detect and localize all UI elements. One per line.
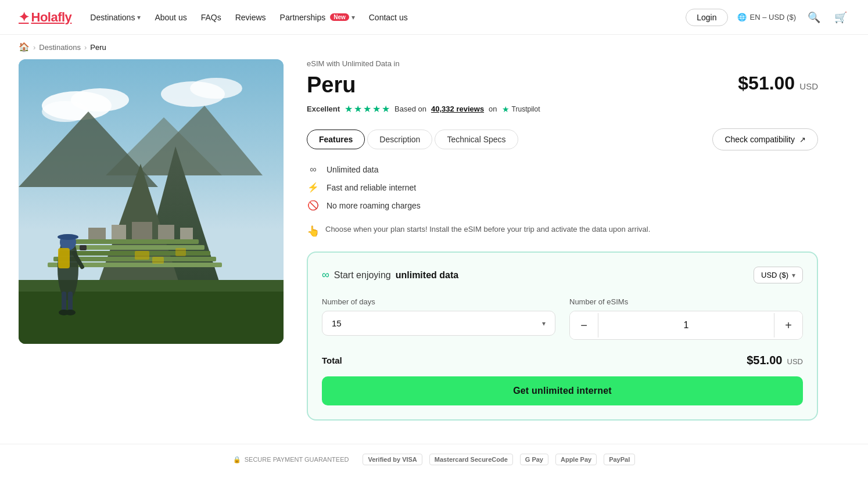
tip-hand-icon: 👆 — [307, 225, 320, 238]
no-roaming-icon: 🚫 — [307, 200, 320, 211]
reviews-on: on — [489, 105, 497, 113]
selectors-row: Number of days 15 ▾ Number of eSIMs − 1 … — [322, 297, 803, 340]
total-row: Total $51.00 USD — [322, 354, 803, 367]
days-dropdown[interactable]: 15 ▾ — [322, 311, 555, 336]
gpay-logo: G Pay — [520, 454, 548, 465]
purchase-card: ∞ Start enjoying unlimited data USD ($) … — [307, 252, 818, 421]
esim-decrease-button[interactable]: − — [570, 311, 598, 339]
days-label: Number of days — [322, 297, 555, 306]
breadcrumb-home[interactable]: 🏠 — [19, 42, 30, 52]
rating-based-on: Based on — [394, 105, 426, 113]
svg-rect-17 — [112, 225, 126, 239]
feature-fast-label: Fast and reliable internet — [327, 183, 416, 192]
features-list: ∞ Unlimited data ⚡ Fast and reliable int… — [307, 164, 818, 211]
esim-count-value: 1 — [598, 313, 774, 337]
stars-rating: ★ ★ ★ ★ ★ — [345, 103, 390, 114]
search-icon: 🔍 — [808, 12, 820, 23]
star-3: ★ — [363, 103, 371, 114]
breadcrumb-sep-1: › — [33, 43, 35, 52]
product-image — [19, 59, 284, 344]
svg-rect-33 — [135, 251, 149, 260]
svg-point-3 — [42, 101, 88, 122]
paypal-logo: PayPal — [604, 454, 635, 465]
nav-links: Destinations ▾ About us FAQs Reviews Par… — [90, 13, 407, 22]
feature-unlimited-label: Unlimited data — [327, 165, 379, 174]
star-2: ★ — [354, 103, 362, 114]
svg-rect-19 — [158, 225, 174, 239]
svg-point-30 — [65, 310, 76, 315]
applepay-logo: Apple Pay — [555, 454, 597, 465]
rating-label: Excellent — [307, 105, 340, 113]
lightning-icon: ⚡ — [307, 182, 320, 193]
total-price-block: $51.00 USD — [747, 354, 803, 367]
product-tabs: Features Description Technical Specs Che… — [307, 128, 818, 150]
nav-about[interactable]: About us — [155, 13, 186, 22]
days-value: 15 — [332, 318, 342, 328]
infinity-icon: ∞ — [307, 164, 320, 175]
check-compatibility-button[interactable]: Check compatibility ↗ — [712, 128, 818, 150]
buy-button[interactable]: Get unlimited internet — [322, 376, 803, 405]
product-info: eSIM with Unlimited Data in Peru $51.00 … — [307, 59, 818, 421]
days-selector-group: Number of days 15 ▾ — [322, 297, 555, 340]
breadcrumb-sep-2: › — [84, 43, 87, 52]
star-half: ★ — [382, 103, 390, 114]
product-photo — [19, 59, 284, 344]
nav-left: ✦ Holafly Destinations ▾ About us FAQs R… — [19, 10, 408, 25]
payment-logos: Verified by VISA Mastercard SecureCode G… — [363, 454, 635, 465]
star-4: ★ — [372, 103, 381, 114]
trustpilot-star-icon: ★ — [502, 105, 510, 114]
shield-icon: 🔒 — [233, 456, 241, 464]
tab-features[interactable]: Features — [307, 130, 365, 149]
feature-no-roaming: 🚫 No more roaming charges — [307, 200, 818, 211]
main-content: eSIM with Unlimited Data in Peru $51.00 … — [0, 59, 837, 444]
esims-selector-group: Number of eSIMs − 1 + — [569, 297, 803, 340]
nav-reviews[interactable]: Reviews — [235, 13, 266, 22]
total-price: $51.00 — [747, 354, 782, 367]
svg-rect-35 — [175, 248, 186, 256]
product-title-row: Peru $51.00 USD — [307, 73, 818, 98]
currency-label: USD ($) — [761, 271, 788, 279]
trustpilot-logo: ★ Trustpilot — [502, 105, 540, 114]
feature-fast-internet: ⚡ Fast and reliable internet — [307, 182, 818, 193]
secure-label: SECURE PAYMENT GUARANTEED — [245, 456, 349, 463]
reviews-count-link[interactable]: 40,332 reviews — [431, 105, 484, 113]
esim-increase-button[interactable]: + — [774, 311, 802, 339]
tip-text: Choose when your plan starts! Install th… — [325, 225, 650, 233]
chevron-down-icon-2: ▾ — [351, 13, 355, 21]
esim-label: eSIM with Unlimited Data in — [307, 59, 818, 68]
breadcrumb-current: Peru — [90, 43, 106, 52]
external-link-icon: ↗ — [799, 135, 806, 144]
nav-partnerships[interactable]: Partnerships New ▾ — [280, 13, 355, 22]
nav-destinations[interactable]: Destinations ▾ — [90, 13, 141, 22]
tab-description[interactable]: Description — [367, 130, 432, 149]
total-currency: USD — [787, 357, 803, 366]
svg-rect-18 — [132, 222, 152, 239]
esim-counter: − 1 + — [569, 311, 803, 340]
breadcrumb: 🏠 › Destinations › Peru — [0, 35, 868, 59]
svg-rect-34 — [152, 257, 164, 264]
infinity-purchase-icon: ∞ — [322, 269, 329, 281]
svg-rect-27 — [62, 292, 66, 312]
login-button[interactable]: Login — [686, 9, 727, 26]
nav-faqs[interactable]: FAQs — [201, 13, 221, 22]
svg-rect-16 — [88, 228, 106, 239]
days-chevron-icon: ▾ — [542, 319, 546, 328]
reviews-row: Excellent ★ ★ ★ ★ ★ Based on 40,332 revi… — [307, 103, 818, 114]
logo[interactable]: ✦ Holafly — [19, 10, 71, 25]
purchase-title: ∞ Start enjoying unlimited data — [322, 269, 458, 281]
svg-rect-28 — [68, 292, 73, 312]
logo-plus: ✦ — [19, 10, 29, 25]
tab-technical-specs[interactable]: Technical Specs — [435, 130, 518, 149]
nav-contact[interactable]: Contact us — [369, 13, 408, 22]
visa-logo: Verified by VISA — [363, 454, 422, 465]
cart-button[interactable]: 🛒 — [832, 9, 849, 26]
search-button[interactable]: 🔍 — [805, 9, 823, 26]
currency-selector[interactable]: USD ($) ▾ — [754, 267, 803, 283]
chevron-down-icon: ▾ — [137, 13, 141, 21]
svg-point-5 — [190, 78, 242, 99]
language-selector[interactable]: 🌐 EN – USD ($) — [737, 13, 796, 21]
purchase-header: ∞ Start enjoying unlimited data USD ($) … — [322, 267, 803, 283]
partnerships-badge: New — [330, 13, 349, 21]
esims-label: Number of eSIMs — [569, 297, 803, 306]
breadcrumb-destinations[interactable]: Destinations — [39, 43, 81, 52]
